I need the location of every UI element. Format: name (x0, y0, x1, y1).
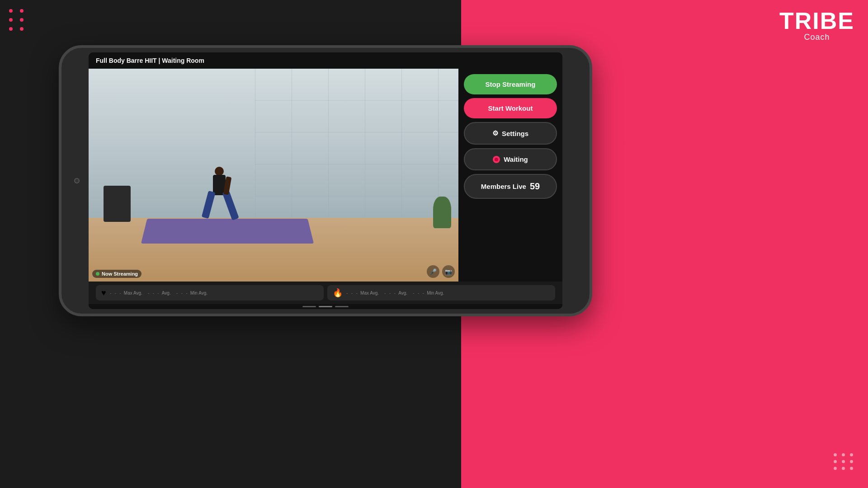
calories-max-avg-label: Max Avg. (360, 291, 379, 296)
person-body (192, 167, 246, 239)
video-controls: 🎤 📷 (427, 265, 455, 278)
video-placeholder: Now Streaming 🎤 📷 (89, 69, 458, 282)
waiting-label: Waiting (504, 155, 528, 163)
heart-icon: ♥ (101, 288, 106, 298)
waiting-icon (493, 156, 500, 163)
microphone-button[interactable]: 🎤 (427, 265, 439, 278)
stop-streaming-button[interactable]: Stop Streaming (464, 74, 557, 94)
heart-min-avg: - - - Min Avg. (176, 290, 208, 296)
device-side-button-left (59, 167, 61, 194)
person-leg-back (222, 190, 239, 221)
members-count: 59 (530, 181, 540, 192)
scroll-dot (302, 306, 316, 307)
calories-min-avg: - - - Min Avg. (413, 290, 444, 296)
streaming-badge: Now Streaming (92, 270, 142, 278)
settings-label: Settings (502, 130, 528, 137)
camera-flip-button[interactable]: 📷 (442, 265, 455, 278)
start-workout-button[interactable]: Start Workout (464, 98, 557, 118)
calories-min-avg-label: Min Avg. (427, 291, 444, 296)
members-live-button[interactable]: Members Live 59 (464, 174, 557, 199)
control-panel: Stop Streaming Start Workout Settings Wa… (458, 69, 562, 282)
dot-grid-top-left (9, 9, 25, 31)
heart-min-avg-label: Min Avg. (190, 291, 208, 296)
person-leg-front (202, 191, 216, 219)
scroll-dot-active (319, 306, 332, 307)
streaming-dot (96, 272, 99, 276)
device-camera (74, 178, 80, 183)
stats-bar: ♥ - - - Max Avg. - - - Avg. - - - Min Av… (89, 282, 562, 304)
plant-decoration (433, 197, 451, 228)
device-side-button-right (590, 145, 592, 163)
flame-icon: 🔥 (333, 288, 343, 298)
gear-icon (492, 129, 498, 137)
scroll-dot-2 (335, 306, 349, 307)
tribe-logo-subtitle: Coach (779, 33, 854, 42)
screen-title: Full Body Barre HIIT | Waiting Room (96, 57, 204, 64)
heart-max-avg: - - - Max Avg. (110, 290, 142, 296)
screen-header: Full Body Barre HIIT | Waiting Room (89, 52, 562, 69)
heart-metrics: - - - Max Avg. - - - Avg. - - - Min Avg. (110, 290, 318, 296)
streaming-status-text: Now Streaming (102, 271, 138, 277)
dot-grid-bottom-right (834, 453, 854, 470)
calories-max-avg: - - - Max Avg. (346, 290, 379, 296)
calories-metrics: - - - Max Avg. - - - Avg. - - - Min Avg. (346, 290, 550, 296)
tribe-logo: TRIBE Coach (779, 9, 854, 42)
calories-group: 🔥 - - - Max Avg. - - - Avg. - - - Min Av… (327, 285, 555, 300)
person-silhouette (192, 167, 246, 239)
calories-avg-label: Avg. (398, 291, 407, 296)
heart-avg-label: Avg. (162, 291, 171, 296)
scroll-indicator (89, 304, 562, 309)
calories-avg: - - - Avg. (384, 290, 407, 296)
person-head (215, 167, 224, 176)
members-live-label: Members Live (481, 183, 526, 190)
device-mockup: Full Body Barre HIIT | Waiting Room (59, 45, 592, 316)
waiting-button[interactable]: Waiting (464, 148, 557, 170)
heart-avg: - - - Avg. (148, 290, 171, 296)
heart-max-avg-label: Max Avg. (124, 291, 142, 296)
device-screen: Full Body Barre HIIT | Waiting Room (89, 52, 562, 309)
exercise-equipment (104, 186, 131, 222)
tribe-logo-title: TRIBE (779, 9, 854, 33)
video-area: Now Streaming 🎤 📷 (89, 69, 458, 282)
screen-body: Now Streaming 🎤 📷 Stop Streaming Start W… (89, 69, 562, 282)
heart-rate-group: ♥ - - - Max Avg. - - - Avg. - - - Min Av… (96, 285, 324, 300)
settings-button[interactable]: Settings (464, 122, 557, 145)
